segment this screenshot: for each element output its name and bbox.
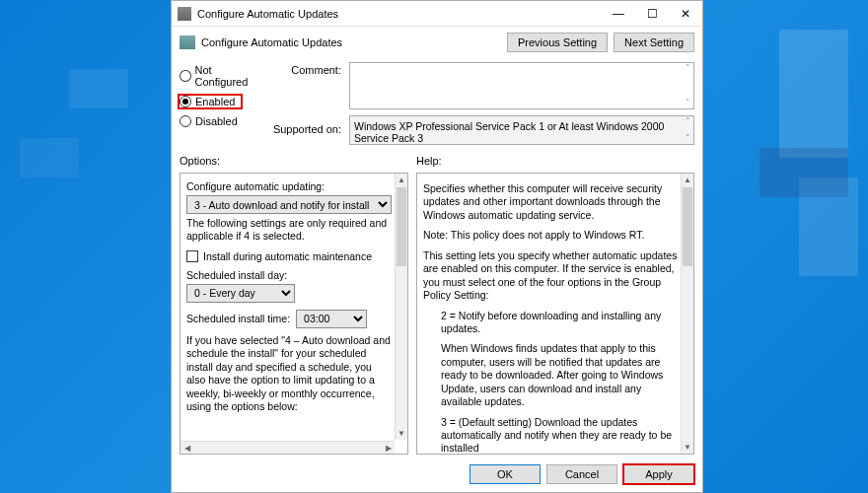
options-note: The following settings are only required… [186,217,392,244]
scheduled-time-label: Scheduled install time: [186,313,290,324]
maximize-button[interactable]: ☐ [635,1,669,27]
supported-scrollbar[interactable]: ˄˅ [682,116,693,144]
options-vertical-scrollbar[interactable]: ▲▼ [395,174,407,440]
install-during-maintenance-checkbox[interactable] [186,250,198,262]
scheduled-time-select[interactable]: 03:00 [296,310,367,328]
apply-button[interactable]: Apply [623,464,694,484]
ok-button[interactable]: OK [470,464,541,484]
options-panel: Configure automatic updating: 3 - Auto d… [180,173,408,455]
header-row: Configure Automatic Updates Previous Set… [172,27,702,56]
help-opt2-head: 2 = Notify before downloading and instal… [423,310,678,336]
enabled-highlight: Enabled [178,94,243,109]
supported-label: Supported on: [272,123,341,135]
comment-scrollbar[interactable]: ˄˅ [682,63,693,108]
radio-not-configured-label: Not Configured [195,64,264,88]
radio-disabled-label: Disabled [195,115,238,127]
help-p1: Specifies whether this computer will rec… [423,182,678,222]
window-title: Configure Automatic Updates [197,8,602,20]
cancel-button[interactable]: Cancel [546,464,617,484]
radio-enabled[interactable] [180,96,191,107]
header-title: Configure Automatic Updates [201,36,501,48]
help-p3: This setting lets you specify whether au… [423,249,678,303]
scheduled-day-select[interactable]: 0 - Every day [186,284,295,303]
comment-label: Comment: [272,64,341,113]
scheduled-day-label: Scheduled install day: [186,269,392,281]
options-section-label: Options: [180,155,416,167]
titlebar: Configure Automatic Updates — ☐ ✕ [172,1,702,27]
dialog-footer: OK Cancel Apply [172,458,702,492]
radio-not-configured[interactable] [180,70,191,82]
app-icon [178,7,191,21]
help-opt3-head: 3 = (Default setting) Download the updat… [423,416,678,454]
help-p2: Note: This policy does not apply to Wind… [423,229,678,242]
close-button[interactable]: ✕ [669,1,702,27]
radio-enabled-label: Enabled [195,96,235,107]
install-during-maintenance-label: Install during automatic maintenance [203,250,372,262]
radio-disabled[interactable] [180,115,191,127]
supported-on-field: Windows XP Professional Service Pack 1 o… [349,115,694,145]
options-footnote: If you have selected "4 – Auto download … [186,334,392,414]
next-setting-button[interactable]: Next Setting [614,33,694,52]
state-radio-group: Not Configured Enabled Disabled [180,62,264,145]
minimize-button[interactable]: — [602,1,635,27]
comment-field[interactable]: ˄˅ [349,62,694,109]
options-horizontal-scrollbar[interactable]: ◀▶ [181,441,395,454]
previous-setting-button[interactable]: Previous Setting [507,33,608,52]
configure-updating-label: Configure automatic updating: [186,180,392,192]
help-vertical-scrollbar[interactable]: ▲▼ [681,174,693,454]
supported-value: Windows XP Professional Service Pack 1 o… [354,120,664,144]
policy-icon [180,35,195,49]
help-panel: Specifies whether this computer will rec… [416,173,694,455]
help-opt2-body: When Windows finds updates that apply to… [423,342,678,408]
configure-updating-select[interactable]: 3 - Auto download and notify for install [186,195,392,214]
help-section-label: Help: [416,155,694,167]
gpedit-dialog: Configure Automatic Updates — ☐ ✕ Config… [171,0,703,493]
